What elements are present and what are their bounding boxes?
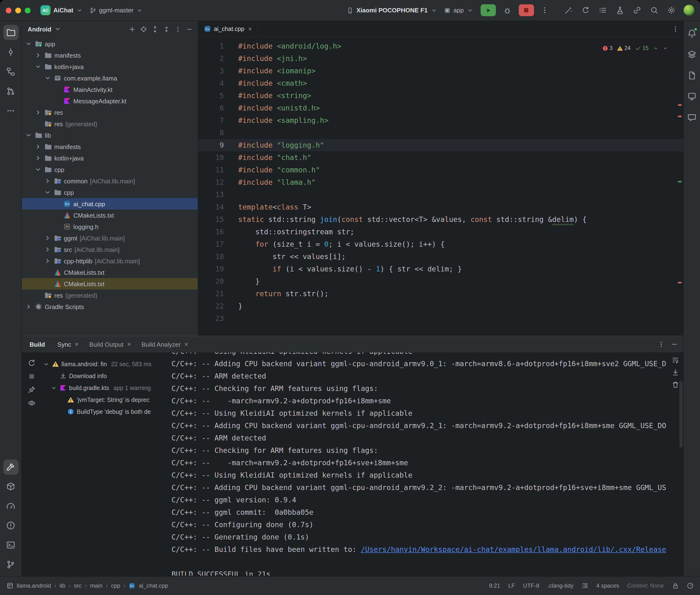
breadcrumb-item[interactable]: ai_chat.cpp bbox=[139, 583, 168, 589]
gutter-line-number[interactable]: 12 bbox=[198, 176, 238, 189]
code-line[interactable]: template<class T> bbox=[238, 201, 683, 213]
project-tree-item[interactable]: CMakeLists.txt bbox=[22, 267, 198, 278]
hide-panel-icon[interactable] bbox=[186, 26, 193, 33]
console-link[interactable]: /Users/hanyin/Workspace/ai-chat/examples… bbox=[361, 545, 666, 554]
clang-tidy[interactable]: .clang-tidy bbox=[547, 583, 573, 589]
wand-button[interactable] bbox=[562, 4, 575, 17]
project-tree-item[interactable]: C+ai_chat.cpp bbox=[22, 198, 198, 209]
warning-count[interactable]: 24 bbox=[617, 42, 631, 54]
pin-icon[interactable] bbox=[27, 386, 35, 394]
search-everywhere-button[interactable] bbox=[648, 4, 661, 17]
gutter-line-number[interactable]: 23 bbox=[198, 312, 238, 325]
tab-sync[interactable]: Sync bbox=[54, 339, 84, 350]
breadcrumb-item[interactable]: cpp bbox=[111, 583, 120, 589]
chevron-right-icon[interactable] bbox=[44, 246, 52, 253]
more-options-icon[interactable] bbox=[174, 26, 181, 33]
locate-file-icon[interactable] bbox=[140, 26, 147, 33]
add-icon[interactable] bbox=[129, 26, 136, 33]
project-tree-item[interactable]: ggml [AiChat.lib.main] bbox=[22, 232, 198, 244]
tool-assistant[interactable] bbox=[684, 110, 699, 125]
chevron-right-icon[interactable] bbox=[44, 177, 52, 185]
project-tree-item[interactable]: kotlin+java bbox=[22, 61, 198, 73]
chevron-right-icon[interactable] bbox=[44, 257, 52, 265]
gutter-line-number[interactable]: 2 bbox=[198, 52, 238, 65]
code-line[interactable]: if (i < values.size() - 1) { str << deli… bbox=[238, 263, 683, 275]
code-line[interactable]: #include "common.h" bbox=[238, 164, 683, 176]
debug-button[interactable] bbox=[500, 4, 515, 16]
refresh-icon[interactable] bbox=[27, 359, 35, 367]
soft-wrap-icon[interactable] bbox=[671, 356, 679, 364]
flask-button[interactable] bbox=[614, 4, 626, 17]
next-problem-icon[interactable] bbox=[662, 46, 668, 51]
console-scrollbar[interactable] bbox=[679, 381, 682, 448]
code-line[interactable]: #include "chat.h" bbox=[238, 151, 683, 164]
close-tab-icon[interactable] bbox=[126, 341, 132, 347]
gutter-line-number[interactable]: 11 bbox=[198, 164, 238, 176]
chevron-right-icon[interactable] bbox=[34, 143, 42, 150]
project-tree-item[interactable]: cpp bbox=[22, 164, 198, 175]
prev-problem-icon[interactable] bbox=[653, 46, 658, 51]
gutter-line-number[interactable]: 3 bbox=[198, 65, 238, 77]
code-line[interactable]: for (size_t i = 0; i < values.size(); i+… bbox=[238, 238, 683, 251]
project-tree-item[interactable]: CMakeLists.txt bbox=[22, 278, 198, 289]
clear-all-icon[interactable] bbox=[671, 381, 679, 389]
close-tab-icon[interactable] bbox=[74, 341, 80, 347]
close-window-button[interactable] bbox=[6, 7, 11, 13]
chevron-right-icon[interactable] bbox=[34, 109, 42, 116]
project-tree-item[interactable]: res (generated) bbox=[22, 289, 198, 301]
tab-build-output[interactable]: Build Output bbox=[85, 339, 136, 350]
build-tree-item[interactable]: build.gradle.ktsapp 1 warning bbox=[41, 382, 169, 394]
arrows-sync-button[interactable] bbox=[580, 4, 592, 17]
caret-position[interactable]: 9:21 bbox=[489, 583, 500, 589]
error-count[interactable]: 3 bbox=[602, 42, 613, 54]
gauge-icon[interactable] bbox=[687, 583, 693, 589]
tool-commit[interactable] bbox=[3, 44, 18, 59]
gutter-line-number[interactable]: 13 bbox=[198, 189, 238, 201]
project-tree-item[interactable]: manifests bbox=[22, 141, 198, 152]
build-tree-item[interactable]: BuildType 'debug' is both de bbox=[41, 406, 169, 418]
breadcrumb-item[interactable]: lib bbox=[60, 583, 65, 589]
chevron-right-icon[interactable] bbox=[25, 303, 32, 310]
gutter-line-number[interactable]: 10 bbox=[198, 151, 238, 164]
gutter-line-number[interactable]: 5 bbox=[198, 89, 238, 102]
tool-running-devices[interactable] bbox=[684, 89, 699, 104]
run-button[interactable] bbox=[480, 4, 496, 16]
tool-profiler[interactable] bbox=[3, 498, 18, 514]
tab-build-analyzer[interactable]: Build Analyzer bbox=[138, 339, 193, 350]
tool-pull-requests[interactable] bbox=[3, 83, 18, 98]
scroll-to-end-icon[interactable] bbox=[671, 369, 679, 376]
chevron-down-icon[interactable] bbox=[43, 361, 50, 367]
tool-structure[interactable] bbox=[3, 64, 18, 79]
expand-all-icon[interactable] bbox=[151, 26, 159, 33]
code-line[interactable]: #include <unistd.h> bbox=[238, 102, 683, 114]
project-tree-item[interactable]: cpp-httplib [AiChat.lib.main] bbox=[22, 255, 198, 267]
close-tab-icon[interactable] bbox=[247, 26, 253, 32]
tool-problems[interactable] bbox=[3, 518, 18, 533]
gutter-line-number[interactable]: 7 bbox=[198, 114, 238, 127]
build-options-icon[interactable] bbox=[657, 340, 665, 348]
hide-build-panel-icon[interactable] bbox=[670, 340, 678, 348]
editor-tab[interactable]: C+ ai_chat.cpp bbox=[198, 21, 258, 37]
tool-terminal[interactable] bbox=[3, 537, 18, 552]
more-run-options-button[interactable] bbox=[538, 4, 551, 17]
chevron-down-icon[interactable] bbox=[44, 74, 52, 82]
code-line[interactable]: #include <string> bbox=[238, 89, 683, 102]
file-encoding[interactable]: UTF-8 bbox=[523, 583, 539, 589]
chevron-down-icon[interactable] bbox=[34, 63, 42, 70]
tool-device-explorer[interactable] bbox=[684, 67, 699, 83]
chevron-right-icon[interactable] bbox=[44, 234, 52, 242]
settings-button[interactable] bbox=[665, 4, 678, 17]
tool-notifications[interactable] bbox=[684, 26, 699, 41]
project-tree-item[interactable]: common [AiChat.lib.main] bbox=[22, 175, 198, 187]
project-tree-item[interactable]: Hlogging.h bbox=[22, 221, 198, 232]
gutter-line-number[interactable]: 22 bbox=[198, 300, 238, 312]
project-tree-item[interactable]: CMakeLists.txt bbox=[22, 209, 198, 221]
lock-icon[interactable] bbox=[672, 583, 678, 589]
build-panel-title[interactable]: Build bbox=[30, 341, 45, 348]
project-tree-item[interactable]: manifests bbox=[22, 50, 198, 61]
gutter-line-number[interactable]: 6 bbox=[198, 102, 238, 114]
user-avatar[interactable] bbox=[683, 5, 694, 16]
link-button[interactable] bbox=[631, 4, 643, 17]
gutter-line-number[interactable]: 4 bbox=[198, 77, 238, 89]
code-line[interactable]: } bbox=[238, 300, 683, 312]
